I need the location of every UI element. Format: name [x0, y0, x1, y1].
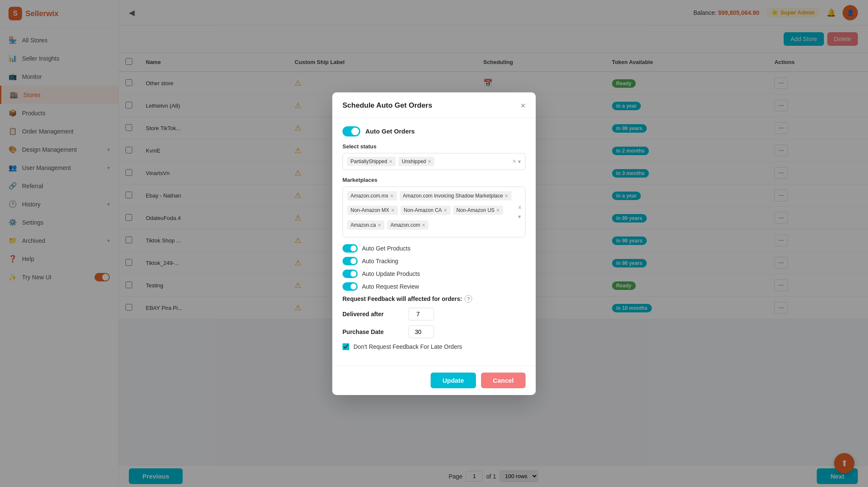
tag-label: Amazon.ca — [351, 222, 376, 228]
auto-get-products-row: Auto Get Products — [342, 244, 526, 253]
auto-get-orders-row: Auto Get Orders — [342, 126, 526, 136]
tag-label: Amazon.com — [390, 222, 420, 228]
auto-request-review-label: Auto Request Review — [362, 283, 419, 290]
auto-tracking-row: Auto Tracking — [342, 257, 526, 265]
dont-request-row: Don't Request Feedback For Late Orders — [342, 343, 526, 350]
marketplace-tag: Non-Amazon US× — [453, 206, 503, 215]
modal-header: Schedule Auto Get Orders × — [332, 92, 536, 118]
schedule-modal: Schedule Auto Get Orders × Auto Get Orde… — [332, 92, 536, 395]
auto-get-orders-label: Auto Get Orders — [365, 128, 415, 135]
auto-update-products-toggle[interactable] — [342, 270, 358, 278]
purchase-date-input[interactable] — [409, 326, 434, 338]
tag-remove-icon[interactable]: × — [505, 192, 508, 199]
tag-remove-icon[interactable]: × — [391, 207, 394, 214]
tag-remove-icon[interactable]: × — [496, 207, 500, 214]
cancel-button[interactable]: Cancel — [481, 373, 526, 388]
select-status-label: Select status — [342, 143, 526, 150]
marketplace-tag: Amazon.com Invoicing Shadow Marketplace× — [400, 191, 512, 200]
status-tag: Unshipped× — [398, 157, 435, 166]
auto-update-products-label: Auto Update Products — [362, 270, 420, 277]
tag-label: Non-Amazon US — [456, 207, 495, 213]
tag-remove-icon[interactable]: × — [389, 158, 392, 165]
status-tag: PartiallyShipped× — [347, 157, 396, 166]
modal-footer: Update Cancel — [332, 365, 536, 395]
auto-get-products-label: Auto Get Products — [362, 245, 410, 252]
marketplace-tag: Amazon.com× — [387, 220, 428, 230]
modal-close-button[interactable]: × — [520, 101, 526, 111]
marketplaces-box[interactable]: Amazon.com.mx×Amazon.com Invoicing Shado… — [342, 186, 526, 237]
tag-label: Non-Amazon MX — [351, 207, 389, 213]
marketplace-controls: × ▾ — [518, 204, 522, 220]
delivered-after-row: Delivered after — [342, 308, 526, 320]
delivered-after-input[interactable] — [409, 308, 434, 320]
tag-remove-icon[interactable]: × — [378, 222, 381, 228]
marketplace-tag: Amazon.com.mx× — [347, 191, 397, 200]
tag-label: Non-Amazon CA — [404, 207, 442, 213]
status-clear-icon[interactable]: × — [512, 158, 516, 165]
marketplace-tag: Non-Amazon CA× — [401, 206, 451, 215]
auto-update-products-row: Auto Update Products — [342, 270, 526, 278]
modal-overlay[interactable]: Schedule Auto Get Orders × Auto Get Orde… — [0, 0, 868, 487]
marketplace-tag: Non-Amazon MX× — [347, 206, 398, 215]
help-icon[interactable]: ? — [465, 295, 472, 303]
tag-label: Amazon.com.mx — [351, 193, 388, 199]
marketplace-arrow-icon[interactable]: ▾ — [518, 213, 522, 220]
tag-remove-icon[interactable]: × — [428, 158, 431, 165]
purchase-date-row: Purchase Date — [342, 326, 526, 338]
auto-get-products-toggle[interactable] — [342, 244, 358, 253]
auto-request-review-row: Auto Request Review — [342, 282, 526, 291]
modal-title: Schedule Auto Get Orders — [342, 101, 432, 110]
dont-request-checkbox[interactable] — [342, 343, 349, 350]
tag-remove-icon[interactable]: × — [390, 192, 393, 199]
dont-request-label: Don't Request Feedback For Late Orders — [353, 343, 462, 350]
status-select-box[interactable]: PartiallyShipped×Unshipped× × ▾ — [342, 153, 526, 170]
tag-remove-icon[interactable]: × — [422, 222, 425, 228]
tag-label: Amazon.com Invoicing Shadow Marketplace — [403, 193, 503, 199]
tag-label: PartiallyShipped — [351, 159, 387, 164]
tag-remove-icon[interactable]: × — [444, 207, 447, 214]
purchase-date-label: Purchase Date — [342, 328, 402, 335]
status-arrow-icon[interactable]: ▾ — [518, 158, 521, 165]
update-button[interactable]: Update — [431, 373, 476, 388]
tag-label: Unshipped — [402, 159, 426, 164]
status-select-controls: × ▾ — [512, 158, 521, 165]
marketplace-tag: Amazon.ca× — [347, 220, 384, 230]
marketplace-clear-icon[interactable]: × — [518, 204, 522, 211]
delivered-after-label: Delivered after — [342, 311, 402, 317]
auto-get-orders-toggle[interactable] — [342, 126, 360, 136]
auto-tracking-label: Auto Tracking — [362, 258, 398, 264]
feedback-label: Request Feedback will affected for order… — [342, 295, 526, 303]
auto-tracking-toggle[interactable] — [342, 257, 358, 265]
marketplaces-label: Marketplaces — [342, 177, 526, 183]
auto-request-review-toggle[interactable] — [342, 282, 358, 291]
modal-body: Auto Get Orders Select status PartiallyS… — [332, 118, 536, 365]
